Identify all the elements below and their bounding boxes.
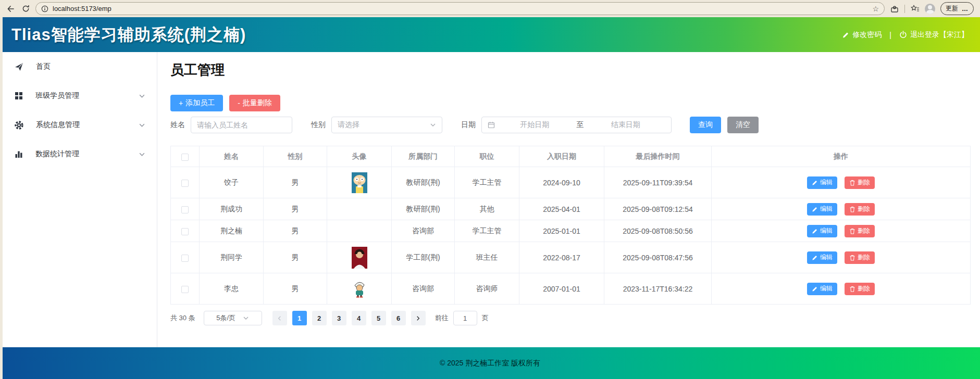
row-checkbox[interactable] xyxy=(181,228,189,235)
site-info-icon[interactable] xyxy=(41,5,48,12)
browser-update-button[interactable]: 更新 … xyxy=(940,2,974,15)
url-text: localhost:5173/emp xyxy=(53,5,111,12)
gender-filter-label: 性别 xyxy=(311,120,326,130)
page-button-6[interactable]: 6 xyxy=(391,311,406,325)
bar-chart-icon xyxy=(15,150,29,158)
plus-icon: + xyxy=(179,99,183,107)
pen-icon xyxy=(842,31,849,39)
app-window: localhost:5173/emp ☆ 更新 … Tlias智能学习辅助系统(… xyxy=(0,0,980,379)
edit-button[interactable]: 编辑 xyxy=(807,203,837,216)
delete-button[interactable]: 删除 xyxy=(845,176,875,189)
row-actions: 编辑删除 xyxy=(712,167,971,198)
row-gender: 男 xyxy=(264,198,327,220)
page-button-1[interactable]: 1 xyxy=(292,311,307,325)
sidebar-item-3[interactable]: 数据统计管理 xyxy=(0,140,157,169)
logout-link[interactable]: 退出登录【宋江】 xyxy=(899,30,969,40)
batch-delete-button[interactable]: - 批量删除 xyxy=(229,95,280,111)
total-count: 共 30 条 xyxy=(170,313,195,323)
delete-button[interactable]: 删除 xyxy=(845,225,875,237)
row-name: 饺子 xyxy=(200,167,264,198)
row-dept: 教研部(荆) xyxy=(392,167,455,198)
column-header: 性别 xyxy=(264,146,327,167)
row-last-op: 2025-09-11T09:39:54 xyxy=(604,167,712,198)
bookmark-star-icon[interactable]: ☆ xyxy=(872,5,879,13)
toolbar-divider xyxy=(904,5,905,13)
delete-button[interactable]: 删除 xyxy=(845,283,875,295)
avatar-cell xyxy=(327,198,392,220)
back-icon[interactable] xyxy=(6,4,16,14)
sidebar-item-1[interactable]: 班级学员管理 xyxy=(0,81,157,110)
more-menu-icon[interactable]: … xyxy=(962,5,969,12)
row-hire-date: 2024-09-10 xyxy=(519,167,604,198)
date-range-picker[interactable]: 开始日期 至 结束日期 xyxy=(481,117,672,133)
row-checkbox[interactable] xyxy=(181,180,189,187)
header-divider: | xyxy=(889,31,891,39)
edit-button[interactable]: 编辑 xyxy=(807,176,837,189)
pagination: 共 30 条 5条/页 123456 前往 页 xyxy=(170,311,971,325)
search-button[interactable]: 查询 xyxy=(690,117,721,133)
edit-button[interactable]: 编辑 xyxy=(807,251,837,264)
favorites-hub-icon[interactable] xyxy=(910,4,920,14)
select-all-header xyxy=(171,146,200,167)
row-name: 荆成功 xyxy=(200,198,264,220)
paper-plane-icon xyxy=(15,62,30,71)
delete-button[interactable]: 删除 xyxy=(845,251,875,264)
chevron-down-icon xyxy=(139,93,145,99)
page-button-4[interactable]: 4 xyxy=(352,311,366,325)
page-title: 员工管理 xyxy=(170,59,971,80)
delete-button[interactable]: 删除 xyxy=(845,203,875,216)
row-checkbox[interactable] xyxy=(181,206,189,213)
add-employee-button[interactable]: + 添加员工 xyxy=(170,95,223,111)
row-actions: 编辑删除 xyxy=(712,242,971,273)
row-position: 其他 xyxy=(455,198,519,220)
extensions-icon[interactable] xyxy=(890,4,899,14)
sidebar: 首页班级学员管理系统信息管理数据统计管理 xyxy=(0,52,157,347)
column-header: 操作 xyxy=(712,146,971,167)
calendar-icon xyxy=(488,121,495,129)
clear-button[interactable]: 清空 xyxy=(727,117,759,133)
row-checkbox[interactable] xyxy=(181,255,189,262)
row-last-op: 2025-09-08T08:50:56 xyxy=(604,220,712,242)
select-all-checkbox[interactable] xyxy=(181,154,189,161)
row-dept: 教研部(荆) xyxy=(392,198,455,220)
sidebar-item-label: 数据统计管理 xyxy=(35,149,79,159)
chevron-down-icon xyxy=(139,151,145,158)
change-password-link[interactable]: 修改密码 xyxy=(842,30,882,40)
chevron-down-icon xyxy=(243,315,249,321)
avatar-image xyxy=(352,247,367,269)
gear-icon xyxy=(15,121,30,130)
sidebar-item-0[interactable]: 首页 xyxy=(0,52,157,81)
name-filter-label: 姓名 xyxy=(170,120,185,130)
minus-icon: - xyxy=(238,99,240,107)
name-filter-input[interactable] xyxy=(191,117,292,133)
sidebar-item-2[interactable]: 系统信息管理 xyxy=(0,110,157,140)
sidebar-item-label: 系统信息管理 xyxy=(36,120,80,130)
avatar-cell xyxy=(327,167,392,198)
row-actions: 编辑删除 xyxy=(712,273,971,305)
next-page-button[interactable] xyxy=(411,311,426,325)
pager: 123456 xyxy=(272,311,426,325)
address-bar[interactable]: localhost:5173/emp ☆ xyxy=(35,2,885,15)
row-name: 荆之楠 xyxy=(200,220,264,242)
goto-page-input[interactable] xyxy=(453,311,477,325)
avatar-image xyxy=(353,280,366,298)
browser-profile-avatar[interactable] xyxy=(925,4,935,14)
copyright-text: © 2025 荆之楠工作室 版权所有 xyxy=(440,359,540,368)
row-checkbox[interactable] xyxy=(181,286,189,293)
page-button-5[interactable]: 5 xyxy=(371,311,386,325)
gender-filter-select[interactable]: 请选择 xyxy=(331,117,442,133)
page-size-select[interactable]: 5条/页 xyxy=(204,311,262,325)
end-date-placeholder[interactable]: 结束日期 xyxy=(586,120,666,130)
row-position: 学工主管 xyxy=(455,220,519,242)
column-header: 最后操作时间 xyxy=(604,146,712,167)
edit-button[interactable]: 编辑 xyxy=(807,225,837,237)
start-date-placeholder[interactable]: 开始日期 xyxy=(495,120,575,130)
page-button-2[interactable]: 2 xyxy=(312,311,327,325)
avatar-image xyxy=(352,172,367,193)
row-dept: 咨询部 xyxy=(392,220,455,242)
refresh-icon[interactable] xyxy=(21,4,30,14)
filter-bar: 姓名 性别 请选择 日期 开始日期 至 结束日期 xyxy=(170,117,971,133)
edit-button[interactable]: 编辑 xyxy=(807,283,837,295)
page-button-3[interactable]: 3 xyxy=(332,311,346,325)
goto-label: 前往 xyxy=(435,313,449,323)
